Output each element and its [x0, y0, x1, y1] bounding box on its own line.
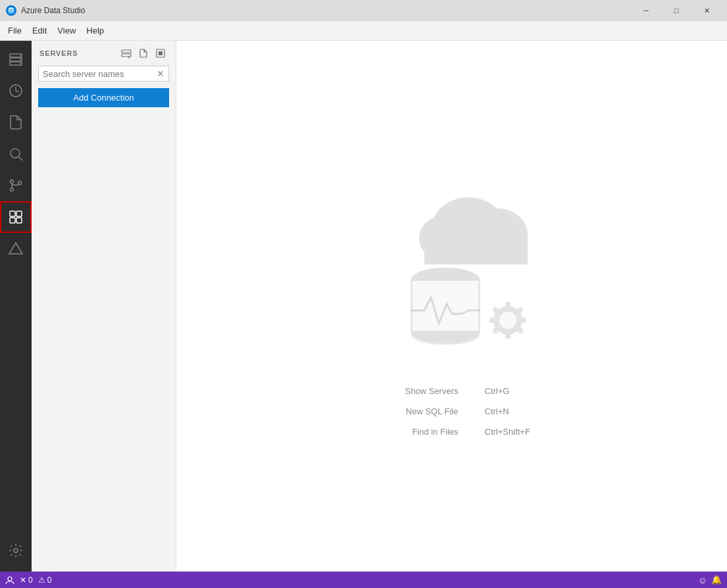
add-connection-button[interactable]: Add Connection [38, 88, 169, 107]
activity-azure[interactable] [0, 233, 32, 264]
svg-point-37 [499, 312, 516, 329]
svg-rect-17 [16, 211, 22, 216]
window-controls: ─ □ ✕ [631, 0, 722, 21]
app-title: Azure Data Studio [21, 6, 631, 15]
status-bar: ✕ 0 ⚠ 0 ☺ 🔔 [0, 572, 727, 588]
errors-status[interactable]: ✕ 0 [20, 576, 33, 585]
activity-file[interactable] [0, 107, 32, 138]
bell-icon: 🔔 [711, 575, 722, 585]
svg-rect-16 [10, 211, 15, 216]
search-clear-icon[interactable]: ✕ [157, 68, 164, 79]
svg-point-13 [11, 188, 14, 191]
user-icon-status[interactable] [5, 576, 14, 585]
svg-point-46 [8, 577, 12, 581]
new-sql-key: Ctrl+N [485, 406, 538, 416]
sidebar-header-icons [119, 46, 168, 61]
status-bar-right: ☺ 🔔 [698, 575, 722, 585]
activity-bar-bottom [0, 535, 32, 572]
activity-search[interactable] [0, 138, 32, 170]
smiley-status[interactable]: ☺ [698, 575, 707, 585]
status-bar-left: ✕ 0 ⚠ 0 [5, 576, 698, 585]
svg-marker-20 [9, 243, 22, 254]
shortcut-find-in-files: Find in Files Ctrl+Shift+F [366, 427, 538, 437]
sidebar: SERVERS [32, 41, 176, 572]
svg-point-8 [20, 63, 21, 64]
sidebar-title: SERVERS [39, 49, 78, 57]
shortcuts-container: Show Servers Ctrl+G New SQL File Ctrl+N … [366, 386, 538, 437]
warning-count: 0 [47, 576, 52, 585]
svg-rect-27 [159, 51, 163, 55]
smiley-icon: ☺ [698, 575, 707, 585]
error-count: 0 [28, 576, 33, 585]
activity-bar [0, 41, 32, 572]
svg-point-10 [11, 149, 20, 158]
content-area: Show Servers Ctrl+G New SQL File Ctrl+N … [176, 41, 727, 572]
svg-rect-23 [122, 54, 131, 57]
svg-point-6 [20, 55, 21, 57]
find-in-files-label[interactable]: Find in Files [412, 427, 458, 437]
show-servers-label[interactable]: Show Servers [405, 386, 459, 396]
svg-point-21 [14, 549, 18, 552]
activity-history[interactable] [0, 75, 32, 107]
search-bar[interactable]: ✕ [38, 66, 169, 82]
svg-rect-18 [10, 218, 15, 223]
menu-file[interactable]: File [3, 23, 27, 38]
refresh-icon[interactable] [153, 46, 168, 61]
activity-git[interactable] [0, 170, 32, 201]
svg-rect-19 [16, 218, 22, 223]
sidebar-header: SERVERS [32, 41, 176, 66]
svg-rect-39 [505, 332, 511, 339]
maximize-button[interactable]: □ [661, 0, 691, 21]
activity-extensions[interactable] [0, 201, 32, 233]
new-connection-icon[interactable] [119, 46, 134, 61]
new-sql-label[interactable]: New SQL File [406, 406, 459, 416]
show-servers-key: Ctrl+G [485, 386, 538, 396]
svg-rect-40 [489, 318, 496, 323]
search-input[interactable] [43, 69, 157, 79]
svg-point-14 [18, 182, 22, 185]
new-query-icon[interactable] [136, 46, 151, 61]
title-bar: Azure Data Studio ─ □ ✕ [0, 0, 727, 21]
close-button[interactable]: ✕ [691, 0, 722, 21]
shortcut-show-servers: Show Servers Ctrl+G [366, 386, 538, 396]
app-icon [5, 5, 17, 16]
svg-point-7 [20, 59, 21, 61]
activity-settings[interactable] [0, 535, 32, 566]
svg-line-11 [19, 157, 23, 161]
shortcut-new-sql: New SQL File Ctrl+N [366, 406, 538, 416]
svg-rect-22 [122, 50, 131, 53]
illustration [353, 176, 551, 360]
warnings-status[interactable]: ⚠ 0 [38, 576, 52, 585]
error-icon: ✕ [20, 576, 26, 585]
menu-view[interactable]: View [52, 23, 81, 38]
svg-rect-31 [424, 235, 528, 264]
svg-rect-38 [505, 302, 511, 308]
activity-bar-top [0, 41, 32, 535]
main-area: SERVERS [0, 41, 727, 572]
warning-icon: ⚠ [38, 576, 45, 585]
minimize-button[interactable]: ─ [631, 0, 661, 21]
menu-help[interactable]: Help [81, 23, 109, 38]
bell-status[interactable]: 🔔 [711, 575, 722, 585]
find-in-files-key: Ctrl+Shift+F [485, 427, 538, 437]
menu-edit[interactable]: Edit [27, 23, 52, 38]
svg-point-12 [11, 180, 14, 184]
activity-servers[interactable] [0, 43, 32, 75]
svg-rect-41 [520, 318, 526, 323]
menu-bar: File Edit View Help [0, 21, 727, 41]
